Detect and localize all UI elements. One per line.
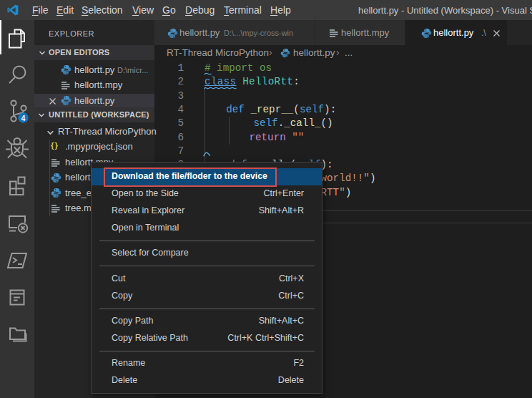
svg-text:4: 4 — [21, 115, 26, 122]
